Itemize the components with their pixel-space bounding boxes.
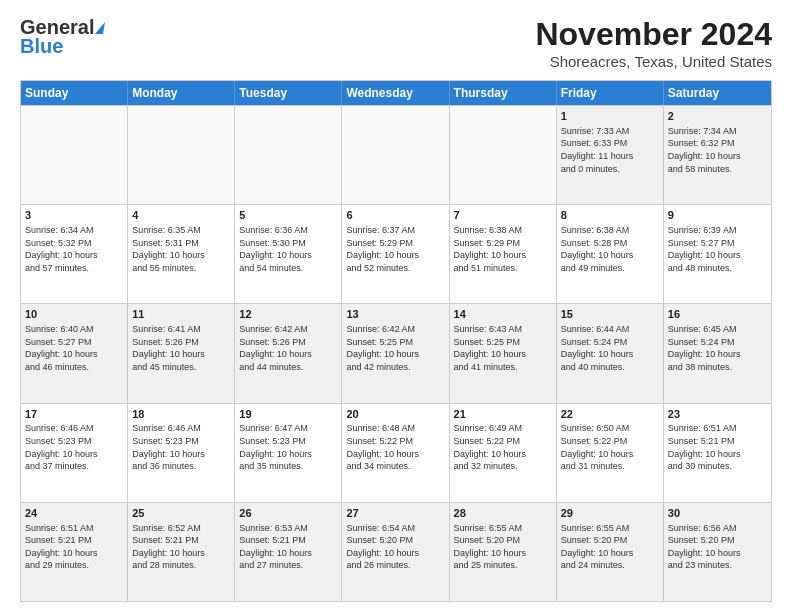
location-subtitle: Shoreacres, Texas, United States [535, 53, 772, 70]
day-info: Sunrise: 6:38 AM Sunset: 5:28 PM Dayligh… [561, 224, 659, 274]
month-title: November 2024 [535, 16, 772, 53]
cal-cell-5-1: 24Sunrise: 6:51 AM Sunset: 5:21 PM Dayli… [21, 503, 128, 601]
header-cell-monday: Monday [128, 81, 235, 105]
day-info: Sunrise: 6:34 AM Sunset: 5:32 PM Dayligh… [25, 224, 123, 274]
cal-cell-4-6: 22Sunrise: 6:50 AM Sunset: 5:22 PM Dayli… [557, 404, 664, 502]
day-number: 8 [561, 208, 659, 223]
day-number: 28 [454, 506, 552, 521]
day-number: 30 [668, 506, 767, 521]
title-block: November 2024 Shoreacres, Texas, United … [535, 16, 772, 70]
day-info: Sunrise: 6:39 AM Sunset: 5:27 PM Dayligh… [668, 224, 767, 274]
day-number: 3 [25, 208, 123, 223]
calendar-week-2: 3Sunrise: 6:34 AM Sunset: 5:32 PM Daylig… [21, 204, 771, 303]
day-info: Sunrise: 6:56 AM Sunset: 5:20 PM Dayligh… [668, 522, 767, 572]
calendar-week-1: 1Sunrise: 7:33 AM Sunset: 6:33 PM Daylig… [21, 105, 771, 204]
cal-cell-3-7: 16Sunrise: 6:45 AM Sunset: 5:24 PM Dayli… [664, 304, 771, 402]
cal-cell-1-3 [235, 106, 342, 204]
cal-cell-3-6: 15Sunrise: 6:44 AM Sunset: 5:24 PM Dayli… [557, 304, 664, 402]
day-number: 12 [239, 307, 337, 322]
day-number: 18 [132, 407, 230, 422]
day-info: Sunrise: 6:46 AM Sunset: 5:23 PM Dayligh… [132, 422, 230, 472]
cal-cell-4-5: 21Sunrise: 6:49 AM Sunset: 5:22 PM Dayli… [450, 404, 557, 502]
cal-cell-1-5 [450, 106, 557, 204]
cal-cell-5-4: 27Sunrise: 6:54 AM Sunset: 5:20 PM Dayli… [342, 503, 449, 601]
day-info: Sunrise: 6:49 AM Sunset: 5:22 PM Dayligh… [454, 422, 552, 472]
calendar-week-3: 10Sunrise: 6:40 AM Sunset: 5:27 PM Dayli… [21, 303, 771, 402]
cal-cell-4-2: 18Sunrise: 6:46 AM Sunset: 5:23 PM Dayli… [128, 404, 235, 502]
cal-cell-1-1 [21, 106, 128, 204]
day-number: 13 [346, 307, 444, 322]
cal-cell-2-7: 9Sunrise: 6:39 AM Sunset: 5:27 PM Daylig… [664, 205, 771, 303]
day-number: 2 [668, 109, 767, 124]
day-info: Sunrise: 6:38 AM Sunset: 5:29 PM Dayligh… [454, 224, 552, 274]
header-cell-friday: Friday [557, 81, 664, 105]
day-number: 26 [239, 506, 337, 521]
day-number: 27 [346, 506, 444, 521]
day-number: 21 [454, 407, 552, 422]
cal-cell-5-3: 26Sunrise: 6:53 AM Sunset: 5:21 PM Dayli… [235, 503, 342, 601]
day-info: Sunrise: 7:33 AM Sunset: 6:33 PM Dayligh… [561, 125, 659, 175]
cal-cell-4-1: 17Sunrise: 6:46 AM Sunset: 5:23 PM Dayli… [21, 404, 128, 502]
day-number: 19 [239, 407, 337, 422]
header: General Blue November 2024 Shoreacres, T… [20, 16, 772, 70]
calendar: SundayMondayTuesdayWednesdayThursdayFrid… [20, 80, 772, 602]
day-number: 14 [454, 307, 552, 322]
day-info: Sunrise: 6:37 AM Sunset: 5:29 PM Dayligh… [346, 224, 444, 274]
header-cell-wednesday: Wednesday [342, 81, 449, 105]
day-info: Sunrise: 6:55 AM Sunset: 5:20 PM Dayligh… [454, 522, 552, 572]
day-number: 24 [25, 506, 123, 521]
day-number: 9 [668, 208, 767, 223]
cal-cell-5-5: 28Sunrise: 6:55 AM Sunset: 5:20 PM Dayli… [450, 503, 557, 601]
day-number: 25 [132, 506, 230, 521]
day-number: 1 [561, 109, 659, 124]
day-info: Sunrise: 6:42 AM Sunset: 5:25 PM Dayligh… [346, 323, 444, 373]
cal-cell-3-5: 14Sunrise: 6:43 AM Sunset: 5:25 PM Dayli… [450, 304, 557, 402]
day-info: Sunrise: 6:51 AM Sunset: 5:21 PM Dayligh… [668, 422, 767, 472]
day-info: Sunrise: 6:42 AM Sunset: 5:26 PM Dayligh… [239, 323, 337, 373]
cal-cell-3-4: 13Sunrise: 6:42 AM Sunset: 5:25 PM Dayli… [342, 304, 449, 402]
calendar-body: 1Sunrise: 7:33 AM Sunset: 6:33 PM Daylig… [21, 105, 771, 601]
cal-cell-4-4: 20Sunrise: 6:48 AM Sunset: 5:22 PM Dayli… [342, 404, 449, 502]
header-cell-thursday: Thursday [450, 81, 557, 105]
day-number: 10 [25, 307, 123, 322]
day-info: Sunrise: 6:54 AM Sunset: 5:20 PM Dayligh… [346, 522, 444, 572]
cal-cell-5-2: 25Sunrise: 6:52 AM Sunset: 5:21 PM Dayli… [128, 503, 235, 601]
cal-cell-3-3: 12Sunrise: 6:42 AM Sunset: 5:26 PM Dayli… [235, 304, 342, 402]
day-info: Sunrise: 7:34 AM Sunset: 6:32 PM Dayligh… [668, 125, 767, 175]
day-info: Sunrise: 6:46 AM Sunset: 5:23 PM Dayligh… [25, 422, 123, 472]
calendar-header: SundayMondayTuesdayWednesdayThursdayFrid… [21, 81, 771, 105]
day-info: Sunrise: 6:45 AM Sunset: 5:24 PM Dayligh… [668, 323, 767, 373]
day-number: 6 [346, 208, 444, 223]
day-number: 4 [132, 208, 230, 223]
day-number: 23 [668, 407, 767, 422]
day-number: 7 [454, 208, 552, 223]
cal-cell-2-4: 6Sunrise: 6:37 AM Sunset: 5:29 PM Daylig… [342, 205, 449, 303]
day-info: Sunrise: 6:36 AM Sunset: 5:30 PM Dayligh… [239, 224, 337, 274]
cal-cell-2-2: 4Sunrise: 6:35 AM Sunset: 5:31 PM Daylig… [128, 205, 235, 303]
cal-cell-4-7: 23Sunrise: 6:51 AM Sunset: 5:21 PM Dayli… [664, 404, 771, 502]
day-info: Sunrise: 6:53 AM Sunset: 5:21 PM Dayligh… [239, 522, 337, 572]
day-info: Sunrise: 6:51 AM Sunset: 5:21 PM Dayligh… [25, 522, 123, 572]
day-info: Sunrise: 6:47 AM Sunset: 5:23 PM Dayligh… [239, 422, 337, 472]
day-info: Sunrise: 6:44 AM Sunset: 5:24 PM Dayligh… [561, 323, 659, 373]
day-info: Sunrise: 6:50 AM Sunset: 5:22 PM Dayligh… [561, 422, 659, 472]
cal-cell-2-1: 3Sunrise: 6:34 AM Sunset: 5:32 PM Daylig… [21, 205, 128, 303]
calendar-week-5: 24Sunrise: 6:51 AM Sunset: 5:21 PM Dayli… [21, 502, 771, 601]
day-number: 29 [561, 506, 659, 521]
day-number: 22 [561, 407, 659, 422]
cal-cell-2-6: 8Sunrise: 6:38 AM Sunset: 5:28 PM Daylig… [557, 205, 664, 303]
cal-cell-3-2: 11Sunrise: 6:41 AM Sunset: 5:26 PM Dayli… [128, 304, 235, 402]
cal-cell-5-7: 30Sunrise: 6:56 AM Sunset: 5:20 PM Dayli… [664, 503, 771, 601]
cal-cell-1-7: 2Sunrise: 7:34 AM Sunset: 6:32 PM Daylig… [664, 106, 771, 204]
day-info: Sunrise: 6:52 AM Sunset: 5:21 PM Dayligh… [132, 522, 230, 572]
day-number: 20 [346, 407, 444, 422]
logo: General Blue [20, 16, 104, 58]
logo-blue-text: Blue [20, 35, 63, 58]
cal-cell-2-3: 5Sunrise: 6:36 AM Sunset: 5:30 PM Daylig… [235, 205, 342, 303]
logo-arrow-icon [95, 22, 105, 34]
day-number: 16 [668, 307, 767, 322]
cal-cell-1-6: 1Sunrise: 7:33 AM Sunset: 6:33 PM Daylig… [557, 106, 664, 204]
cal-cell-3-1: 10Sunrise: 6:40 AM Sunset: 5:27 PM Dayli… [21, 304, 128, 402]
day-info: Sunrise: 6:35 AM Sunset: 5:31 PM Dayligh… [132, 224, 230, 274]
day-info: Sunrise: 6:48 AM Sunset: 5:22 PM Dayligh… [346, 422, 444, 472]
